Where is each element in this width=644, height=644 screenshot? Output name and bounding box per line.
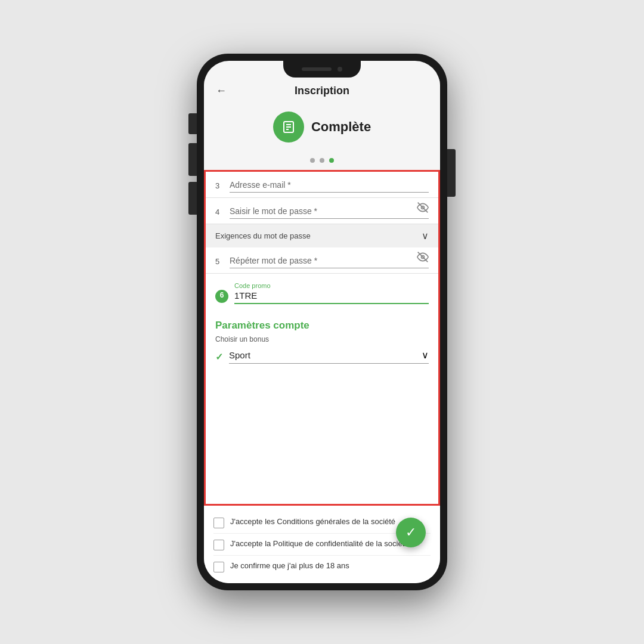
password-req-label: Exigences du mot de passe <box>215 231 311 240</box>
password-input-wrap: Saisir le mot de passe * <box>230 206 429 219</box>
field-number-5: 5 <box>215 257 224 268</box>
fab-check-icon: ✓ <box>405 525 416 540</box>
bonus-row: ✓ Sport ∨ <box>206 346 438 370</box>
promo-sub-label: Code promo <box>234 282 429 289</box>
bonus-select[interactable]: Sport ∨ <box>229 349 429 364</box>
chevron-down-icon: ∨ <box>422 230 429 242</box>
back-button[interactable]: ← <box>216 85 227 97</box>
promo-value[interactable]: 1TRE <box>234 290 429 304</box>
field-number-3: 3 <box>215 181 224 193</box>
silent-button <box>188 182 197 215</box>
tos-checkbox-1[interactable] <box>213 518 224 528</box>
params-title: Paramètres compte <box>206 312 438 335</box>
notch <box>283 61 361 78</box>
repeat-password-label[interactable]: Répéter mot de passe * <box>230 256 429 268</box>
tos-text-2: J'accepte la Politique de confidentialit… <box>230 538 409 549</box>
screen-content: ← Inscription Complète <box>204 61 440 583</box>
tos-text-1: J'accepte les Conditions générales de la… <box>230 516 395 527</box>
password-requirements-row[interactable]: Exigences du mot de passe ∨ <box>206 224 438 247</box>
field-number-6: 6 <box>215 290 228 303</box>
page-title: Inscription <box>295 85 349 97</box>
field-number-4: 4 <box>215 208 224 219</box>
promo-field-row: 6 Code promo 1TRE <box>206 274 438 312</box>
repeat-password-input-wrap: Répéter mot de passe * <box>230 256 429 268</box>
bonus-checkmark-icon: ✓ <box>215 351 223 363</box>
password-field-row: 4 Saisir le mot de passe * <box>206 198 438 224</box>
bonus-chevron-icon: ∨ <box>422 349 429 361</box>
phone-frame: ← Inscription Complète <box>197 54 447 590</box>
dot-3 <box>329 158 334 163</box>
email-field-row: 3 Adresse e-mail * <box>206 172 438 198</box>
form-section: 3 Adresse e-mail * 4 Saisir le mot de pa… <box>204 170 440 506</box>
promo-input-wrap: Code promo 1TRE <box>234 282 429 304</box>
repeat-password-toggle-icon[interactable] <box>417 251 429 266</box>
email-label[interactable]: Adresse e-mail * <box>230 180 429 193</box>
tos-row-3: Je confirme que j'ai plus de 18 ans <box>213 556 431 577</box>
speaker <box>302 67 332 71</box>
submit-fab-button[interactable]: ✓ <box>396 518 426 547</box>
tos-text-3: Je confirme que j'ai plus de 18 ans <box>230 561 349 571</box>
password-toggle-icon[interactable] <box>417 202 429 216</box>
dot-2 <box>320 158 324 163</box>
volume-down-button <box>188 143 197 176</box>
complete-label: Complète <box>311 119 371 135</box>
repeat-password-field-row: 5 Répéter mot de passe * <box>206 247 438 274</box>
dot-1 <box>310 158 315 163</box>
complete-icon <box>273 112 304 143</box>
volume-up-button <box>188 113 197 134</box>
complete-icon-wrap: Complète <box>273 112 371 143</box>
header: ← Inscription <box>204 78 440 102</box>
camera <box>338 67 342 72</box>
bonus-value: Sport <box>229 350 250 360</box>
complete-section: Complète <box>204 102 440 158</box>
phone-screen: ← Inscription Complète <box>204 61 440 583</box>
tos-checkbox-2[interactable] <box>213 540 224 550</box>
pagination-dots <box>204 158 440 170</box>
bonus-label: Choisir un bonus <box>206 335 438 346</box>
params-section: Paramètres compte Choisir un bonus ✓ Spo… <box>206 312 438 370</box>
email-input-wrap: Adresse e-mail * <box>230 180 429 193</box>
power-button <box>447 149 456 197</box>
password-label[interactable]: Saisir le mot de passe * <box>230 206 429 219</box>
tos-checkbox-3[interactable] <box>213 562 224 572</box>
